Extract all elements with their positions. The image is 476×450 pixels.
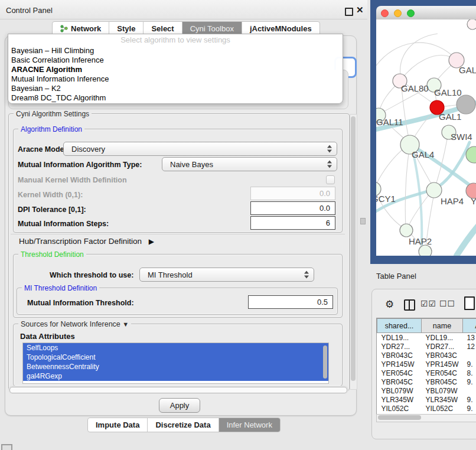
table-row[interactable]: YDR27...YDR27...12 [377,342,476,351]
aracne-mode-combo[interactable]: Discovery [63,142,337,156]
cell[interactable]: YER054C [377,369,422,377]
cell[interactable]: YBL079W [377,386,422,395]
float-window-icon[interactable] [345,8,353,16]
dpi-tolerance-field[interactable]: 0.0 [250,201,335,215]
node-bottom[interactable] [419,245,432,256]
cell[interactable]: 9. [463,395,476,404]
mi-steps-field[interactable]: 6 [250,216,335,230]
data-attributes-list: SelfLoops TopologicalCoefficient Between… [22,343,329,384]
gear-icon[interactable]: ⚙ [385,298,394,311]
table-horizontal-scrollbar-thumb[interactable] [378,415,421,420]
mi-threshold-label: Mutual Information Threshold: [27,299,134,307]
column-header-name[interactable]: name [422,319,463,333]
tab-discretize-data[interactable]: Discretize Data [147,418,218,432]
list-item-selfloops[interactable]: SelfLoops [23,343,328,353]
table-row[interactable]: YBR045CYBR045C9. [377,377,476,386]
manual-kernel-checkbox[interactable] [326,175,335,184]
list-vertical-scrollbar-thumb[interactable] [323,345,327,379]
network-view-canvas[interactable]: GAL GAL80 GAL10 GAL1 GAL11 SWI4 GAL4 GCY… [376,19,476,256]
column-header-cut[interactable]: A [463,319,476,333]
cell[interactable]: 9. [463,377,476,386]
cell[interactable]: YBR043C [377,351,422,360]
table-row[interactable]: YIL052CYIL052C9. [377,404,476,413]
cell[interactable]: YLR345W [377,395,422,404]
table-row[interactable]: YDL19...YDL19...13 [377,333,476,343]
mini-panel-icon[interactable] [1,444,12,450]
cell[interactable]: YBR045C [377,377,422,386]
cell[interactable]: 8. [463,369,476,377]
cell[interactable]: YPR145W [377,360,422,369]
list-item-betweennesscentrality[interactable]: BetweennessCentrality [23,362,328,371]
close-traffic-light[interactable] [381,9,389,17]
settings-vertical-scrollbar-thumb[interactable] [351,116,356,381]
table-horizontal-scrollbar[interactable] [376,414,476,422]
mi-type-combo[interactable]: Naive Bayes [162,157,337,171]
cell[interactable]: YDR27... [377,342,422,351]
node-hap2[interactable] [400,224,413,237]
dropdown-item-bayesian-hill-climbing[interactable]: Bayesian – Hill Climbing [8,46,343,56]
apply-button[interactable]: Apply [159,398,200,413]
node-label-gal1: GAL1 [439,112,461,122]
mi-type-value: Naive Bayes [170,160,213,169]
list-item-gal4rgexp[interactable]: gal4RGexp [23,371,328,381]
mi-threshold-group-title: MI Threshold Definition [22,284,99,292]
list-item-topologicalcoefficient[interactable]: TopologicalCoefficient [23,353,328,362]
which-threshold-combo[interactable]: MI Threshold [139,268,314,282]
table-row[interactable]: YPR145WYPR145W9. [377,360,476,369]
cell[interactable]: YPR145W [422,360,463,369]
minimize-traffic-light[interactable] [394,9,402,17]
cell[interactable]: YDL19... [422,333,463,343]
cell[interactable] [463,386,476,395]
tab-impute-data[interactable]: Impute Data [88,418,147,432]
cell[interactable]: YDL19... [377,333,422,343]
table-row[interactable]: YER054CYER054C8. [377,369,476,377]
node-label-gal4: GAL4 [412,149,434,159]
hub-expander[interactable]: Hub/Transcription Factor Definition ▶ [19,237,154,246]
which-threshold-value: MI Threshold [148,270,193,279]
cell[interactable]: 9. [463,360,476,369]
cell[interactable]: YDR27... [422,342,463,351]
cell[interactable]: YBR043C [422,351,463,360]
dropdown-item-basic-correlation[interactable]: Basic Correlation Inference [8,56,343,65]
sources-expander[interactable]: Sources for Network Inference ▼ [18,320,131,328]
settings-horizontal-scrollbar-thumb[interactable] [9,387,347,393]
unselect-all-columns-icon[interactable]: ☐☐ [439,299,455,308]
cell[interactable]: YIL052C [377,404,422,413]
cell[interactable]: 12 [463,342,476,351]
tab-discretize-data-label: Discretize Data [155,420,210,429]
tab-network-label: Network [71,24,101,33]
settings-vertical-scrollbar[interactable] [350,114,357,390]
dropdown-item-dream8[interactable]: Dream8 DC_TDC Algorithm [8,93,343,103]
settings-horizontal-scrollbar[interactable] [8,386,348,394]
table-row[interactable]: YLR345WYLR345W9. [377,395,476,404]
kernel-width-field[interactable]: 0.0 [250,187,335,200]
network-node-labels: GAL GAL80 GAL10 GAL1 GAL11 SWI4 GAL4 GCY… [376,65,476,246]
column-header-shared-name[interactable]: shared... [377,319,422,333]
cell[interactable]: YBL079W [422,386,463,395]
cell[interactable]: YER054C [422,369,463,377]
network-window-titlebar[interactable] [376,6,476,20]
select-all-columns-icon[interactable]: ☑☑ [420,299,436,308]
dropdown-item-mutual-information[interactable]: Mutual Information Inference [8,74,343,84]
zoom-traffic-light[interactable] [407,9,415,17]
cell[interactable] [463,351,476,360]
node-hap4[interactable] [426,182,442,198]
tab-infer-network[interactable]: Infer Network [219,418,280,432]
columns-icon[interactable] [404,299,415,311]
node-unlabeled[interactable] [467,19,476,30]
cell[interactable]: YIL052C [422,404,463,413]
dropdown-item-aracne[interactable]: ARACNE Algorithm [8,65,343,74]
table-row[interactable]: YBR043CYBR043C [377,351,476,360]
dropdown-item-bayesian-k2[interactable]: Bayesian – K2 [8,84,343,93]
table-row[interactable]: YBL079WYBL079W [377,386,476,395]
mi-threshold-field[interactable]: 0.5 [248,295,333,309]
aracne-mode-value: Discovery [71,145,105,154]
cell[interactable]: 13 [463,333,476,343]
cell[interactable]: YLR345W [422,395,463,404]
splitter-handle[interactable] [360,218,366,224]
new-table-icon[interactable] [464,296,475,310]
close-icon[interactable]: ✕ [356,5,364,15]
cell[interactable]: YBR045C [422,377,463,386]
cell[interactable]: 9. [463,404,476,413]
tab-impute-data-label: Impute Data [96,420,139,429]
